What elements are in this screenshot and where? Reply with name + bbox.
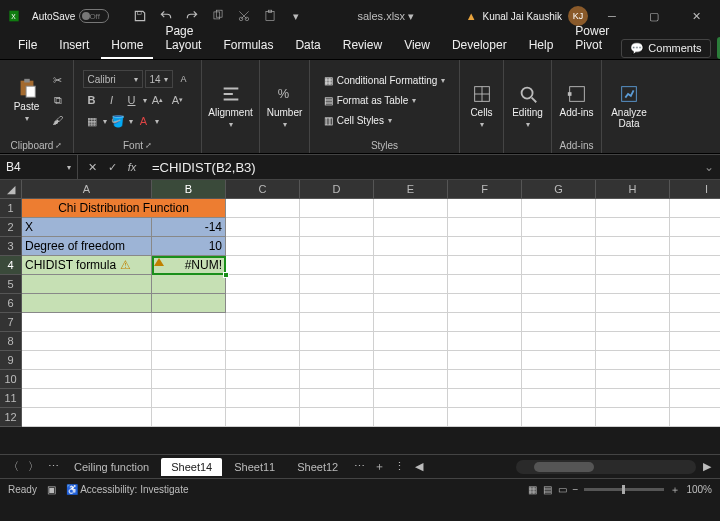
cell-i4[interactable] — [670, 256, 720, 275]
font-color-button[interactable]: A — [135, 112, 153, 130]
cell-b8[interactable] — [152, 332, 226, 351]
sheet-tab-sheet11[interactable]: Sheet11 — [224, 458, 285, 476]
cell-g1[interactable] — [522, 199, 596, 218]
cell-e7[interactable] — [374, 313, 448, 332]
col-header-d[interactable]: D — [300, 180, 374, 199]
cell-a8[interactable] — [22, 332, 152, 351]
cell-d3[interactable] — [300, 237, 374, 256]
cell-f1[interactable] — [448, 199, 522, 218]
cell-h7[interactable] — [596, 313, 670, 332]
share-button[interactable] — [717, 37, 720, 59]
row-header-6[interactable]: 6 — [0, 294, 22, 313]
cell-f8[interactable] — [448, 332, 522, 351]
cell-a10[interactable] — [22, 370, 152, 389]
cell-f3[interactable] — [448, 237, 522, 256]
cell-e5[interactable] — [374, 275, 448, 294]
cell-h12[interactable] — [596, 408, 670, 427]
sheet-nav-more-icon[interactable]: ⋯ — [44, 460, 62, 473]
border-button[interactable]: ▦ — [83, 112, 101, 130]
name-box-dropdown-icon[interactable]: ▾ — [67, 163, 71, 172]
alignment-button[interactable]: Alignment▾ — [211, 62, 251, 149]
cell-d9[interactable] — [300, 351, 374, 370]
cell-f4[interactable] — [448, 256, 522, 275]
formula-input[interactable]: =CHIDIST(B2,B3) — [146, 160, 698, 175]
error-indicator-icon[interactable]: ⚠ — [118, 258, 132, 272]
cell-styles-button[interactable]: ▥Cell Styles▾ — [320, 111, 450, 129]
row-header-3[interactable]: 3 — [0, 237, 22, 256]
comments-button[interactable]: 💬 Comments — [621, 39, 710, 58]
view-page-icon[interactable]: ▤ — [543, 484, 552, 495]
cell-h5[interactable] — [596, 275, 670, 294]
cell-c8[interactable] — [226, 332, 300, 351]
cell-i3[interactable] — [670, 237, 720, 256]
cell-i7[interactable] — [670, 313, 720, 332]
increase-font-icon[interactable]: A — [175, 70, 193, 88]
cells-button[interactable]: Cells▾ — [462, 62, 502, 149]
cell-f11[interactable] — [448, 389, 522, 408]
tab-developer[interactable]: Developer — [442, 33, 517, 59]
cell-h11[interactable] — [596, 389, 670, 408]
analyze-data-button[interactable]: Analyze Data — [609, 62, 649, 149]
cell-b7[interactable] — [152, 313, 226, 332]
cell-c9[interactable] — [226, 351, 300, 370]
save-icon[interactable] — [130, 6, 150, 26]
cell-g2[interactable] — [522, 218, 596, 237]
filename[interactable]: sales.xlsx ▾ — [357, 10, 414, 23]
cell-d5[interactable] — [300, 275, 374, 294]
font-name-selector[interactable]: Calibri▾ — [83, 70, 143, 88]
cell-e10[interactable] — [374, 370, 448, 389]
cell-a5[interactable] — [22, 275, 152, 294]
maximize-icon[interactable]: ▢ — [636, 2, 672, 30]
cell-i2[interactable] — [670, 218, 720, 237]
cell-c5[interactable] — [226, 275, 300, 294]
fill-handle[interactable] — [223, 272, 229, 278]
format-painter-button[interactable]: 🖌 — [49, 111, 67, 129]
cell-h9[interactable] — [596, 351, 670, 370]
tab-data[interactable]: Data — [285, 33, 330, 59]
col-header-f[interactable]: F — [448, 180, 522, 199]
cell-i12[interactable] — [670, 408, 720, 427]
cell-b6[interactable] — [152, 294, 226, 313]
view-break-icon[interactable]: ▭ — [558, 484, 567, 495]
cell-i5[interactable] — [670, 275, 720, 294]
macro-record-icon[interactable]: ▣ — [47, 484, 56, 495]
cell-c2[interactable] — [226, 218, 300, 237]
cell-h6[interactable] — [596, 294, 670, 313]
cell-g5[interactable] — [522, 275, 596, 294]
cell-a9[interactable] — [22, 351, 152, 370]
sheet-tab-ceiling[interactable]: Ceiling function — [64, 458, 159, 476]
bold-button[interactable]: B — [83, 91, 101, 109]
hscroll-right-icon[interactable]: ▶ — [698, 460, 716, 473]
cell-i9[interactable] — [670, 351, 720, 370]
select-all-corner[interactable]: ◢ — [0, 180, 22, 199]
view-normal-icon[interactable]: ▦ — [528, 484, 537, 495]
tab-view[interactable]: View — [394, 33, 440, 59]
col-header-b[interactable]: B — [152, 180, 226, 199]
cell-a12[interactable] — [22, 408, 152, 427]
cell-a7[interactable] — [22, 313, 152, 332]
cell-d4[interactable] — [300, 256, 374, 275]
cell-e6[interactable] — [374, 294, 448, 313]
cut-button[interactable]: ✂ — [49, 71, 67, 89]
cell-e11[interactable] — [374, 389, 448, 408]
row-header-12[interactable]: 12 — [0, 408, 22, 427]
format-as-table-button[interactable]: ▤Format as Table▾ — [320, 91, 450, 109]
cell-h4[interactable] — [596, 256, 670, 275]
horizontal-scrollbar[interactable] — [516, 460, 696, 474]
close-icon[interactable]: ✕ — [678, 2, 714, 30]
cell-g8[interactable] — [522, 332, 596, 351]
cell-i6[interactable] — [670, 294, 720, 313]
cell-f2[interactable] — [448, 218, 522, 237]
cell-c1[interactable] — [226, 199, 300, 218]
conditional-formatting-button[interactable]: ▦Conditional Formatting▾ — [320, 71, 450, 89]
user-name[interactable]: Kunal Jai Kaushik — [483, 11, 563, 22]
cell-h10[interactable] — [596, 370, 670, 389]
cell-e8[interactable] — [374, 332, 448, 351]
cell-d12[interactable] — [300, 408, 374, 427]
cell-b3[interactable]: 10 — [152, 237, 226, 256]
row-header-9[interactable]: 9 — [0, 351, 22, 370]
paste-qat-icon[interactable] — [260, 6, 280, 26]
cell-a1[interactable]: Chi Distribution Function — [22, 199, 226, 218]
cell-h2[interactable] — [596, 218, 670, 237]
addins-button[interactable]: Add-ins — [557, 62, 597, 138]
